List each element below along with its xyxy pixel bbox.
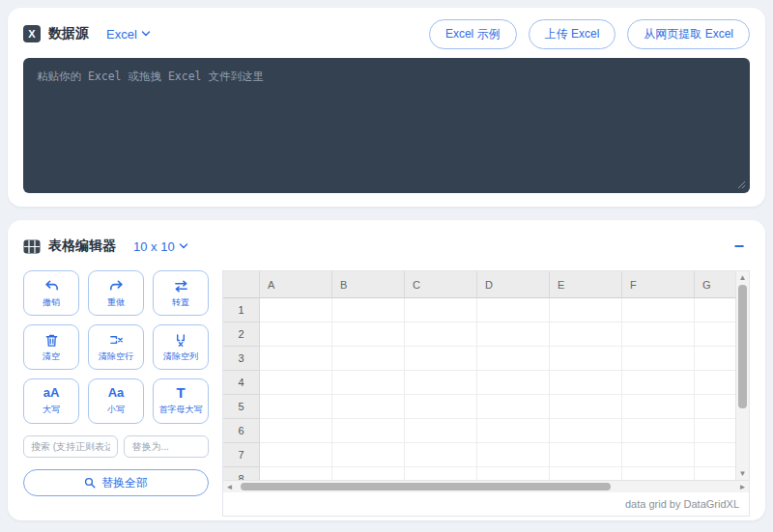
column-header[interactable]: D: [477, 271, 550, 298]
grid-cell[interactable]: [477, 467, 550, 480]
grid-cell[interactable]: [550, 371, 622, 395]
grid-cell[interactable]: [260, 371, 332, 395]
row-header[interactable]: 4: [223, 371, 260, 395]
datasource-type-dropdown[interactable]: Excel: [106, 27, 151, 42]
grid-cell[interactable]: [550, 298, 622, 322]
grid-cell[interactable]: [550, 395, 622, 419]
grid-cell[interactable]: [332, 419, 405, 443]
capitalize-button[interactable]: T 首字母大写: [153, 378, 209, 424]
grid-cell[interactable]: [477, 395, 550, 419]
grid-cell[interactable]: [622, 322, 695, 347]
grid-cell[interactable]: [260, 467, 332, 480]
grid-cell[interactable]: [477, 347, 550, 371]
grid-cell[interactable]: [405, 347, 477, 371]
scroll-right-arrow-icon[interactable]: ►: [736, 481, 749, 493]
grid-cell[interactable]: [550, 347, 622, 371]
grid-cell[interactable]: [332, 298, 405, 322]
row-header[interactable]: 2: [223, 322, 260, 347]
grid-cell[interactable]: [405, 419, 477, 443]
extract-from-web-button[interactable]: 从网页提取 Excel: [627, 19, 750, 49]
grid-cell[interactable]: [332, 443, 405, 467]
column-header[interactable]: A: [260, 271, 332, 298]
grid-cell[interactable]: [332, 467, 405, 480]
grid-cell[interactable]: [477, 298, 550, 322]
grid-cell[interactable]: [695, 395, 735, 419]
row-header[interactable]: 7: [223, 443, 260, 467]
grid-cell[interactable]: [550, 322, 622, 347]
grid-cell[interactable]: [695, 419, 735, 443]
grid-corner-cell[interactable]: [223, 271, 260, 298]
grid-cell[interactable]: [405, 467, 477, 480]
redo-button[interactable]: 重做: [88, 270, 144, 316]
uppercase-button[interactable]: aA 大写: [23, 378, 79, 424]
grid-cell[interactable]: [622, 443, 695, 467]
column-header[interactable]: F: [622, 271, 695, 298]
grid-cell[interactable]: [405, 371, 477, 395]
grid-cell[interactable]: [332, 371, 405, 395]
grid-cell[interactable]: [695, 322, 735, 347]
grid-cell[interactable]: [332, 395, 405, 419]
replace-input[interactable]: [124, 435, 209, 458]
replace-all-button[interactable]: 替换全部: [23, 469, 209, 496]
grid-cell[interactable]: [260, 347, 332, 371]
remove-empty-cols-button[interactable]: 清除空列: [153, 324, 209, 370]
grid-cell[interactable]: [477, 371, 550, 395]
horizontal-scrollbar[interactable]: ◄ ►: [223, 480, 749, 492]
vertical-scrollbar[interactable]: ▲ ▼: [735, 271, 749, 480]
grid-cell[interactable]: [405, 322, 477, 347]
grid-cell[interactable]: [260, 322, 332, 347]
upload-excel-button[interactable]: 上传 Excel: [529, 19, 616, 49]
grid-cell[interactable]: [622, 371, 695, 395]
grid-cell[interactable]: [477, 419, 550, 443]
grid-cell[interactable]: [622, 419, 695, 443]
column-header[interactable]: B: [332, 271, 405, 298]
horizontal-scroll-thumb[interactable]: [241, 483, 611, 490]
row-header[interactable]: 5: [223, 395, 260, 419]
column-header[interactable]: E: [550, 271, 622, 298]
grid-cell[interactable]: [695, 467, 735, 480]
row-header[interactable]: 6: [223, 419, 260, 443]
grid-cell[interactable]: [260, 395, 332, 419]
row-header[interactable]: 8: [223, 467, 260, 480]
grid-size-dropdown[interactable]: 10 x 10: [133, 239, 188, 254]
remove-empty-rows-button[interactable]: 清除空行: [88, 324, 144, 370]
grid-cell[interactable]: [260, 419, 332, 443]
column-header[interactable]: G: [695, 271, 735, 298]
excel-sample-button[interactable]: Excel 示例: [429, 19, 517, 49]
grid-cell[interactable]: [695, 347, 735, 371]
grid-cell[interactable]: [477, 322, 550, 347]
collapse-button[interactable]: −: [728, 238, 750, 255]
scroll-down-arrow-icon[interactable]: ▼: [736, 467, 749, 480]
grid-cell[interactable]: [550, 419, 622, 443]
scroll-up-arrow-icon[interactable]: ▲: [736, 271, 749, 284]
grid-cell[interactable]: [695, 443, 735, 467]
scroll-left-arrow-icon[interactable]: ◄: [223, 481, 236, 493]
grid-cell[interactable]: [622, 467, 695, 480]
grid-cell[interactable]: [260, 298, 332, 322]
search-input[interactable]: [23, 435, 118, 458]
grid-cell[interactable]: [695, 371, 735, 395]
grid-cell[interactable]: [477, 443, 550, 467]
grid-cell[interactable]: [260, 443, 332, 467]
clear-button[interactable]: 清空: [23, 324, 79, 370]
row-header[interactable]: 1: [223, 298, 260, 322]
lowercase-button[interactable]: Aa 小写: [88, 378, 144, 424]
grid-cell[interactable]: [405, 395, 477, 419]
column-header[interactable]: C: [405, 271, 477, 298]
grid-cell[interactable]: [695, 298, 735, 322]
grid-cell[interactable]: [332, 322, 405, 347]
grid-cell[interactable]: [405, 298, 477, 322]
grid-cell[interactable]: [550, 443, 622, 467]
vertical-scroll-thumb[interactable]: [738, 285, 747, 408]
grid-cell[interactable]: [622, 298, 695, 322]
grid-cell[interactable]: [622, 347, 695, 371]
horizontal-scroll-track[interactable]: [236, 481, 736, 492]
transpose-button[interactable]: 转置: [153, 270, 209, 316]
excel-paste-textarea[interactable]: [23, 58, 750, 193]
grid-cell[interactable]: [405, 443, 477, 467]
grid-cell[interactable]: [622, 395, 695, 419]
undo-button[interactable]: 撤销: [23, 270, 79, 316]
grid-cell[interactable]: [550, 467, 622, 480]
grid-cell[interactable]: [332, 347, 405, 371]
row-header[interactable]: 3: [223, 347, 260, 371]
